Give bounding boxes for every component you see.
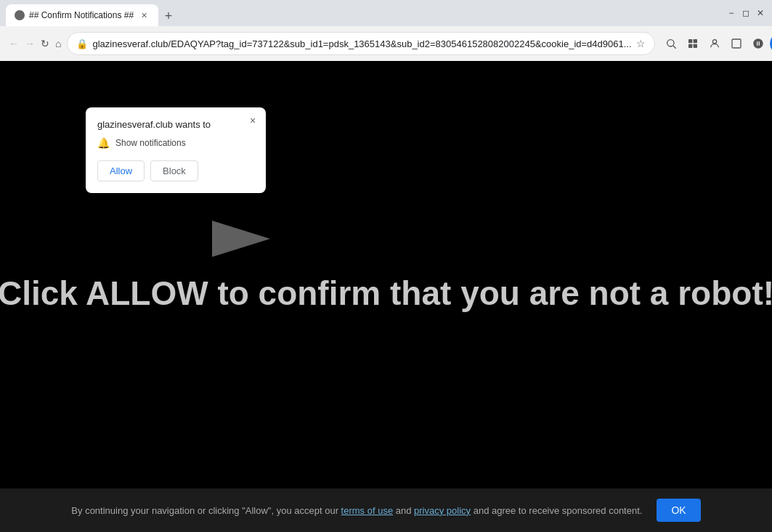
- banner-text-middle: and: [393, 505, 414, 516]
- profile-icon-button[interactable]: [704, 33, 725, 54]
- forward-button[interactable]: →: [25, 33, 35, 54]
- active-tab[interactable]: ## Confirm Notifications ## ✕: [6, 4, 158, 26]
- svg-rect-7: [732, 39, 741, 48]
- search-icon-button[interactable]: [661, 33, 681, 54]
- tab-close-button[interactable]: ✕: [138, 9, 150, 21]
- svg-point-0: [667, 40, 673, 46]
- bottom-banner: By continuing your navigation or clickin…: [0, 488, 772, 532]
- svg-marker-12: [212, 221, 270, 257]
- window-controls: − ◻ ✕: [726, 7, 766, 19]
- svg-rect-4: [688, 44, 692, 48]
- page-content: Click ALLOW to confirm that you are not …: [0, 61, 772, 532]
- home-button[interactable]: ⌂: [55, 33, 61, 54]
- extension2-button[interactable]: [726, 33, 747, 54]
- bell-icon: 🔔: [97, 137, 110, 149]
- popup-subtitle: Show notifications: [115, 138, 186, 148]
- popup-buttons: Allow Block: [97, 160, 254, 181]
- extension3-button[interactable]: [748, 33, 768, 54]
- main-cta-text: Click ALLOW to confirm that you are not …: [0, 273, 772, 312]
- privacy-policy-link[interactable]: privacy policy: [414, 505, 471, 516]
- refresh-button[interactable]: ↻: [41, 33, 49, 54]
- popup-close-button[interactable]: ×: [245, 113, 260, 128]
- browser-frame: ## Confirm Notifications ## ✕ + − ◻ ✕ ← …: [0, 0, 772, 532]
- user-profile-button[interactable]: [770, 33, 772, 54]
- url-text: glazinesveraf.club/EDAQYAP?tag_id=737122…: [92, 38, 631, 49]
- svg-rect-5: [693, 44, 696, 48]
- popup-title: glazinesveraf.club wants to: [97, 119, 254, 130]
- lock-icon: 🔒: [76, 38, 88, 49]
- tab-title: ## Confirm Notifications ##: [29, 10, 134, 20]
- banner-text: By continuing your navigation or clickin…: [71, 505, 642, 516]
- address-bar: ← → ↻ ⌂ 🔒 glazinesveraf.club/EDAQYAP?tag…: [0, 26, 772, 61]
- tab-strip: ## Confirm Notifications ## ✕ +: [6, 0, 720, 26]
- extension1-button[interactable]: [683, 33, 703, 54]
- svg-point-6: [712, 40, 716, 44]
- terms-of-use-link[interactable]: terms of use: [341, 505, 394, 516]
- url-bar[interactable]: 🔒 glazinesveraf.club/EDAQYAP?tag_id=7371…: [67, 32, 654, 55]
- popup-notification-row: 🔔 Show notifications: [97, 137, 254, 149]
- title-bar: ## Confirm Notifications ## ✕ + − ◻ ✕: [0, 0, 772, 26]
- svg-rect-3: [693, 39, 696, 43]
- toolbar-buttons: [661, 33, 772, 54]
- block-button[interactable]: Block: [150, 160, 198, 181]
- bookmark-button[interactable]: ☆: [636, 38, 646, 49]
- restore-button[interactable]: ◻: [740, 7, 752, 19]
- allow-button[interactable]: Allow: [97, 160, 145, 181]
- banner-text-after: and agree to receive sponsored content.: [471, 505, 642, 516]
- minimize-button[interactable]: −: [726, 7, 737, 19]
- tab-favicon: [15, 10, 25, 20]
- notification-popup: × glazinesveraf.club wants to 🔔 Show not…: [86, 107, 266, 193]
- close-button[interactable]: ✕: [755, 7, 766, 19]
- svg-rect-2: [688, 39, 692, 43]
- back-button[interactable]: ←: [9, 33, 19, 54]
- new-tab-button[interactable]: +: [158, 6, 179, 26]
- banner-text-before: By continuing your navigation or clickin…: [71, 505, 341, 516]
- ok-button[interactable]: OK: [657, 499, 700, 522]
- svg-line-1: [673, 46, 676, 49]
